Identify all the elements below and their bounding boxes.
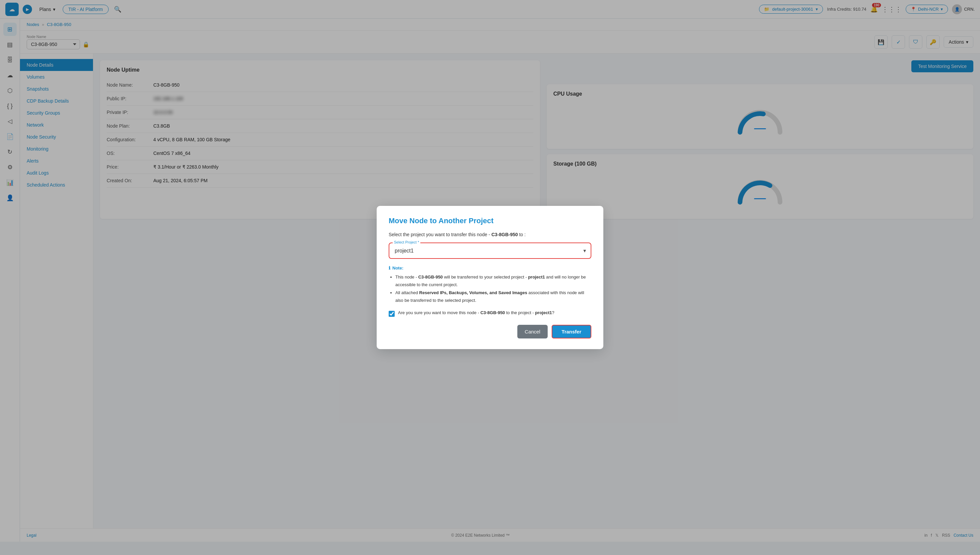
select-project-label: Select Project * — [393, 240, 420, 244]
note-list: This node - C3-8GB-950 will be transferr… — [389, 273, 591, 305]
modal-actions: Cancel Transfer — [389, 325, 591, 338]
transfer-button[interactable]: Transfer — [552, 325, 591, 338]
move-node-modal: Move Node to Another Project Select the … — [377, 206, 603, 350]
info-circle-icon: ℹ — [389, 266, 390, 271]
confirm-row: Are you sure you want to move this node … — [389, 310, 591, 317]
confirm-checkbox[interactable] — [389, 311, 395, 317]
cancel-button[interactable]: Cancel — [517, 325, 548, 338]
modal-title: Move Node to Another Project — [389, 217, 591, 225]
note-box: ℹ Note: This node - C3-8GB-950 will be t… — [389, 266, 591, 305]
select-project-dropdown[interactable]: project1 — [392, 244, 588, 257]
modal-description: Select the project you want to transfer … — [389, 232, 591, 237]
select-project-wrapper: Select Project * project1 ▾ — [389, 242, 591, 259]
note-title: ℹ Note: — [389, 266, 591, 271]
modal-overlay: Move Node to Another Project Select the … — [0, 0, 980, 555]
confirm-text: Are you sure you want to move this node … — [398, 310, 554, 315]
